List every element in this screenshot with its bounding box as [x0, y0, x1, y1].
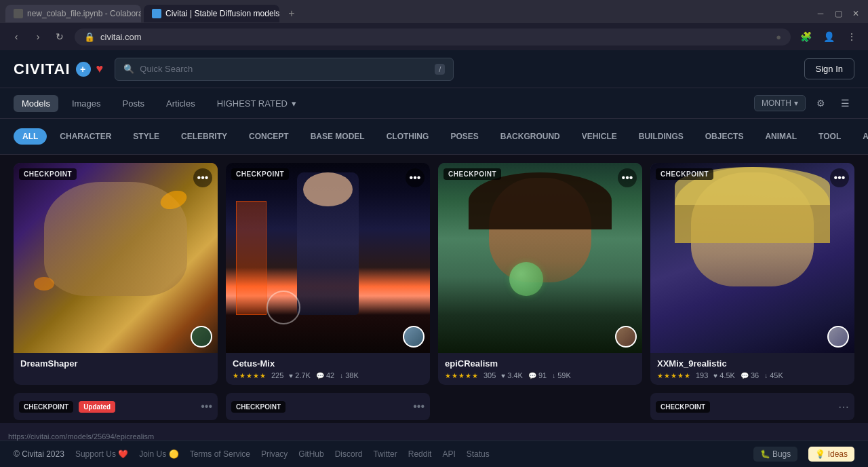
ideas-button[interactable]: 💡 Ideas	[808, 447, 854, 462]
status-url: https://civitai.com/models/25694/epicrea…	[8, 432, 154, 441]
model-card-xxmix[interactable]: CHECKPOINT ••• XXMix_9realistic ★ ★ ★ ★ …	[650, 163, 854, 385]
card-info-dreamshaper: DreamShaper	[14, 353, 218, 377]
cat-base-model[interactable]: BASE MODEL	[302, 128, 374, 145]
footer-status[interactable]: Status	[467, 449, 490, 459]
card-title-xxmix: XXMix_9realistic	[657, 358, 848, 369]
card-avatar-xxmix	[827, 326, 849, 348]
cat-tool[interactable]: TOOL	[810, 128, 850, 145]
cat-animal[interactable]: ANIMAL	[756, 128, 806, 145]
sort-button[interactable]: HIGHEST RATED ▾	[209, 95, 304, 112]
sort-label: HIGHEST RATED	[217, 98, 288, 109]
cat-celebrity[interactable]: CELEBRITY	[172, 128, 236, 145]
site-nav: CIVITAI + ♥ 🔍 Quick Search / Sign In	[0, 50, 868, 88]
address-bar-row: ‹ › ↻ 🔒 civitai.com ● 🧩 👤 ⋮	[0, 23, 868, 50]
cat-all[interactable]: ALL	[14, 128, 47, 145]
footer-discord[interactable]: Discord	[335, 449, 363, 459]
card-stars-cetusmix: ★ ★ ★ ★ ★	[233, 372, 266, 379]
minimize-button[interactable]: ─	[814, 7, 827, 20]
category-row: ALL CHARACTER STYLE CELEBRITY CONCEPT BA…	[0, 119, 868, 155]
cat-background[interactable]: BACKGROUND	[492, 128, 569, 145]
address-bar[interactable]: 🔒 civitai.com ●	[75, 29, 791, 45]
tab-title-colab: new_colab_file.ipynb - Colabora...	[27, 9, 141, 18]
new-tab-button[interactable]: +	[282, 4, 301, 23]
maximize-button[interactable]: ▢	[831, 7, 845, 20]
tab-title-civitai: Civitai | Stable Diffusion models...	[165, 9, 279, 18]
layout-icon[interactable]: ☰	[835, 94, 854, 113]
cat-objects[interactable]: OBJECTS	[696, 128, 753, 145]
nav-articles[interactable]: Articles	[158, 95, 203, 112]
bugs-button[interactable]: 🐛 Bugs	[753, 447, 798, 462]
card-info-cetusmix: Cetus-Mix ★ ★ ★ ★ ★ 225 ♥ 2.7K	[226, 353, 430, 385]
cat-character[interactable]: CHARACTER	[51, 128, 120, 145]
card2-badge-3: CHECKPOINT	[656, 401, 710, 413]
model-card-cetusmix[interactable]: CHECKPOINT ••• Cetus-Mix ★ ★ ★ ★ ★ 225	[226, 163, 430, 385]
footer-api[interactable]: API	[442, 449, 455, 459]
updated-badge-1: Updated	[79, 401, 115, 413]
site-logo: CIVITAI + ♥	[14, 60, 104, 78]
heart-icon: ♥	[501, 372, 505, 379]
footer-reddit[interactable]: Reddit	[408, 449, 432, 459]
card-likes-cetusmix: ♥ 2.7K	[289, 371, 311, 379]
back-button[interactable]: ‹	[7, 27, 26, 46]
footer-support[interactable]: Support Us ❤️	[75, 449, 128, 459]
forward-button[interactable]: ›	[28, 27, 47, 46]
cat-buildings[interactable]: BUILDINGS	[630, 128, 692, 145]
address-shortcut: ●	[776, 32, 781, 42]
card-menu-xxmix[interactable]: •••	[830, 168, 849, 187]
cat-vehicle[interactable]: VEHICLE	[573, 128, 626, 145]
card-comments-xxmix: 💬 36	[741, 371, 759, 379]
refresh-button[interactable]: ↻	[50, 27, 69, 46]
footer-tos[interactable]: Terms of Service	[190, 449, 250, 459]
cat-concept[interactable]: CONCEPT	[240, 128, 298, 145]
logo-heart-icon: ♥	[96, 62, 104, 76]
browser-chrome: new_colab_file.ipynb - Colabora... ✕ Civ…	[0, 0, 868, 23]
search-icon: 🔍	[123, 64, 134, 74]
menu-button[interactable]: ⋮	[842, 27, 861, 46]
nav-models[interactable]: Models	[14, 95, 58, 112]
card-menu-epicrealism[interactable]: •••	[618, 168, 637, 187]
card-stats-xxmix: ★ ★ ★ ★ ★ 193 ♥ 4.5K 💬 36	[657, 371, 848, 379]
logo-plus-button[interactable]: +	[76, 62, 91, 77]
logo-text: CIVITAI	[14, 60, 71, 78]
card-title-dreamshaper: DreamShaper	[20, 358, 211, 369]
window-controls: ─ ▢ ✕	[814, 7, 863, 20]
card-image-cetusmix: CHECKPOINT •••	[226, 163, 430, 353]
model-card-dreamshaper[interactable]: CHECKPOINT ••• DreamShaper	[14, 163, 218, 385]
nav-posts[interactable]: Posts	[115, 95, 153, 112]
browser-action-buttons: 🧩 👤 ⋮	[796, 27, 861, 46]
cat-clothing[interactable]: CLOTHING	[378, 128, 438, 145]
card-downloads-xxmix: ↓ 45K	[764, 371, 783, 379]
card-menu-cetusmix[interactable]: •••	[406, 168, 425, 187]
tab-colab[interactable]: new_colab_file.ipynb - Colabora... ✕	[5, 5, 141, 22]
tab-favicon-colab	[14, 9, 23, 18]
filter-icon[interactable]: ⚙	[811, 94, 830, 113]
close-button[interactable]: ✕	[849, 7, 863, 20]
footer-github[interactable]: GitHub	[298, 449, 323, 459]
card-menu-dreamshaper[interactable]: •••	[193, 168, 212, 187]
period-select[interactable]: MONTH ▾	[754, 95, 806, 111]
card-stats-epicrealism: ★ ★ ★ ★ ★ 305 ♥ 3.4K 💬 91	[445, 371, 635, 379]
period-label: MONTH	[762, 98, 791, 108]
model-card-epicrealism[interactable]: CHECKPOINT ••• epiCRealism ★ ★ ★ ★ ★ 305	[438, 163, 642, 385]
cat-poses[interactable]: POSES	[441, 128, 487, 145]
footer-privacy[interactable]: Privacy	[261, 449, 288, 459]
comment-icon: 💬	[528, 372, 536, 379]
sign-in-button[interactable]: Sign In	[804, 58, 854, 79]
footer-twitter[interactable]: Twitter	[373, 449, 397, 459]
cat-style[interactable]: STYLE	[124, 128, 168, 145]
card-rating-epicrealism: 305	[484, 371, 496, 379]
tab-civitai[interactable]: Civitai | Stable Diffusion models... ✕	[144, 5, 279, 22]
profile-button[interactable]: 👤	[819, 27, 838, 46]
card2-menu-2[interactable]: •••	[413, 400, 425, 413]
search-bar[interactable]: 🔍 Quick Search /	[115, 58, 454, 81]
tabs-row: new_colab_file.ipynb - Colabora... ✕ Civ…	[5, 4, 863, 23]
card2-menu-1[interactable]: •••	[201, 400, 212, 413]
cat-action[interactable]: ACTION	[854, 128, 868, 145]
card2-menu-3[interactable]: ⋯	[838, 400, 849, 413]
card-image-dreamshaper: CHECKPOINT •••	[14, 163, 218, 353]
footer-join[interactable]: Join Us 🟡	[139, 449, 178, 459]
nav-images[interactable]: Images	[64, 95, 109, 112]
card-avatar-dreamshaper	[191, 326, 212, 348]
extensions-button[interactable]: 🧩	[796, 27, 815, 46]
card-stars-epicrealism: ★ ★ ★ ★ ★	[445, 372, 478, 379]
